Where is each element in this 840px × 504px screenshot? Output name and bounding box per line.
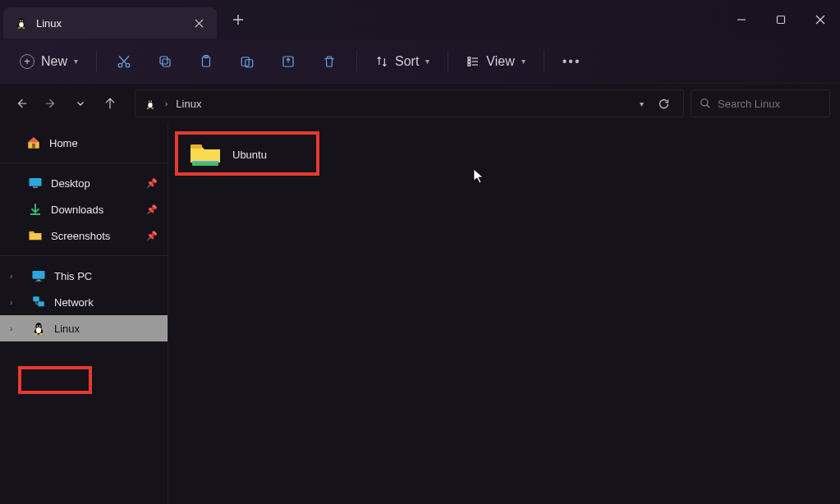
tab-title: Linux (36, 17, 181, 30)
home-icon (26, 135, 41, 150)
svg-point-26 (151, 108, 154, 109)
folder-drive-icon (190, 141, 221, 167)
svg-rect-11 (160, 57, 168, 64)
chevron-down-icon: ▾ (74, 57, 78, 66)
svg-point-3 (20, 21, 21, 21)
svg-rect-31 (30, 231, 34, 233)
new-button[interactable]: + New ▾ (11, 49, 86, 74)
sidebar-item-network[interactable]: › Network (0, 289, 168, 315)
view-icon (466, 55, 480, 68)
pin-icon: 📌 (146, 178, 158, 189)
delete-button[interactable] (312, 48, 347, 76)
sort-icon (375, 55, 388, 68)
maximize-button[interactable] (761, 3, 801, 36)
plus-circle-icon: + (20, 54, 34, 69)
breadcrumb: › Linux (165, 98, 631, 110)
paste-button[interactable] (189, 48, 223, 76)
desktop-icon (28, 176, 43, 190)
svg-point-4 (22, 21, 23, 21)
svg-point-40 (37, 325, 39, 327)
svg-point-41 (39, 325, 41, 327)
tab-linux[interactable]: Linux (3, 7, 217, 39)
svg-point-43 (39, 333, 43, 335)
svg-point-8 (118, 63, 122, 67)
chevron-right-icon[interactable]: › (10, 272, 21, 281)
new-tab-button[interactable] (222, 3, 255, 36)
toolbar: + New ▾ Sort ▾ View ▾ ••• (0, 39, 840, 84)
view-label: View (486, 54, 514, 69)
search-input[interactable]: Search Linux (691, 89, 830, 117)
svg-rect-7 (778, 16, 785, 24)
rename-button[interactable] (230, 48, 264, 76)
penguin-icon (144, 97, 157, 110)
svg-point-42 (34, 333, 38, 335)
up-button[interactable] (99, 92, 122, 115)
sidebar-item-label: Desktop (51, 177, 90, 190)
refresh-button[interactable] (652, 92, 675, 115)
divider (356, 51, 357, 72)
folder-item-label: Ubuntu (232, 149, 267, 161)
svg-rect-44 (190, 144, 202, 149)
minimize-button[interactable] (722, 3, 761, 36)
sidebar-item-label: Linux (54, 323, 80, 335)
sidebar-item-label: Downloads (51, 204, 103, 216)
chevron-right-icon[interactable]: › (165, 99, 168, 108)
sidebar-item-label: Screenshots (51, 230, 110, 242)
search-icon (700, 98, 711, 109)
sidebar-item-home[interactable]: Home (0, 130, 168, 156)
sidebar-item-this-pc[interactable]: › This PC (0, 263, 168, 289)
svg-point-25 (147, 108, 149, 109)
sidebar-item-downloads[interactable]: Downloads 📌 (0, 196, 168, 222)
svg-rect-17 (468, 57, 470, 59)
svg-point-23 (149, 101, 149, 102)
copy-button[interactable] (148, 48, 182, 76)
cut-button[interactable] (107, 48, 141, 76)
svg-rect-33 (37, 280, 41, 282)
svg-rect-30 (33, 187, 38, 189)
monitor-icon (31, 268, 46, 283)
chevron-down-icon: ▾ (425, 57, 429, 66)
title-bar: Linux (0, 0, 840, 39)
svg-rect-29 (30, 178, 42, 186)
back-button[interactable] (10, 92, 33, 115)
sidebar-item-linux[interactable]: › Linux (0, 315, 168, 341)
pin-icon: 📌 (146, 231, 158, 241)
folder-icon (28, 228, 43, 243)
address-bar[interactable]: › Linux ▾ (135, 89, 684, 117)
divider (96, 51, 97, 72)
svg-rect-10 (163, 59, 170, 66)
svg-rect-34 (35, 281, 42, 282)
sort-button[interactable]: Sort ▾ (367, 49, 438, 74)
body-area: Home Desktop 📌 Downloads 📌 Screenshots 📌 (0, 123, 840, 504)
close-window-button[interactable] (801, 3, 840, 36)
svg-rect-32 (33, 271, 45, 279)
new-label: New (41, 54, 67, 69)
divider (544, 51, 544, 72)
chevron-down-icon[interactable]: ▾ (640, 99, 644, 108)
download-icon (28, 202, 43, 217)
sidebar-item-label: Network (54, 296, 94, 309)
chevron-right-icon[interactable]: › (10, 298, 21, 307)
sidebar-item-screenshots[interactable]: Screenshots 📌 (0, 222, 168, 249)
sidebar-item-label: This PC (54, 270, 92, 282)
content-area[interactable]: Ubuntu (168, 123, 840, 504)
sort-label: Sort (395, 54, 419, 69)
chevron-right-icon[interactable]: › (10, 324, 21, 333)
view-button[interactable]: View ▾ (458, 49, 533, 74)
folder-item-ubuntu[interactable]: Ubuntu (181, 136, 321, 172)
svg-rect-46 (192, 161, 218, 163)
svg-rect-28 (32, 144, 35, 149)
svg-rect-36 (38, 301, 44, 306)
sidebar-item-desktop[interactable]: Desktop 📌 (0, 170, 168, 196)
recent-locations-icon[interactable] (69, 92, 92, 115)
svg-point-27 (701, 99, 708, 106)
tab-close-icon[interactable] (189, 13, 209, 33)
share-button[interactable] (271, 48, 305, 76)
svg-point-5 (18, 27, 21, 29)
svg-rect-35 (33, 296, 39, 301)
divider (0, 163, 168, 163)
breadcrumb-current[interactable]: Linux (176, 98, 201, 110)
more-options-button[interactable]: ••• (554, 49, 590, 74)
forward-button[interactable] (39, 92, 62, 115)
divider (448, 51, 448, 72)
